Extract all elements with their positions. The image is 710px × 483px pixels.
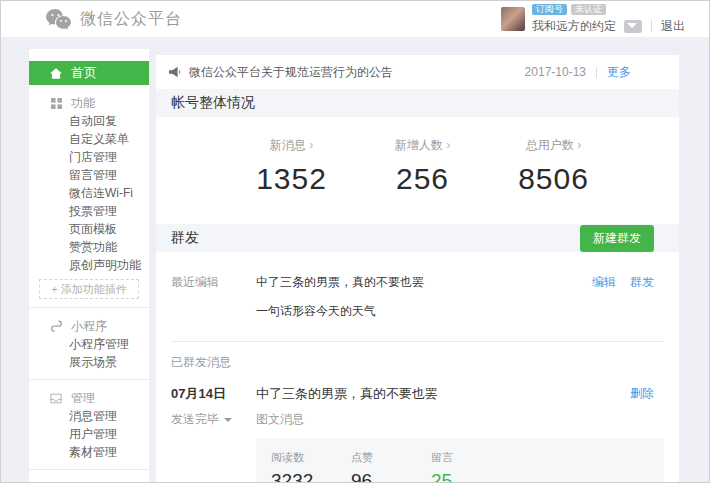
- sidebar-section-features: 功能 自动回复 自定义菜单 门店管理 留言管理 微信连Wi-Fi 投票管理 页面…: [29, 94, 149, 299]
- divider: [29, 469, 149, 470]
- announcement-megaphone-icon: [168, 66, 182, 78]
- inbox-icon: [49, 393, 63, 404]
- stat-comments: 留言 25: [431, 450, 511, 483]
- wechat-icon: [45, 8, 72, 31]
- sidebar-item-page-template[interactable]: 页面模板: [29, 220, 149, 238]
- stat-label-link[interactable]: 新增人数: [357, 137, 488, 154]
- sidebar-item-reward[interactable]: 赞赏功能: [29, 238, 149, 256]
- sidebar-item-display-scene[interactable]: 展示场景: [29, 353, 149, 371]
- broadcast-section-header: 群发 新建群发: [156, 224, 679, 252]
- add-plugin-button[interactable]: + 添加功能插件: [39, 279, 139, 299]
- sidebar-item-user-mgmt[interactable]: 用户管理: [29, 425, 149, 443]
- sidebar-item-store-mgmt[interactable]: 门店管理: [29, 148, 149, 166]
- grid-icon: [49, 98, 63, 109]
- wechat-logo: 微信公众平台: [45, 8, 182, 31]
- overview-title: 帐号整体情况: [171, 94, 255, 112]
- sidebar-section-promotion: 推广 广告主: [29, 479, 149, 483]
- account-name: 我和远方的约定: [532, 18, 616, 35]
- top-bar: 微信公众平台 订阅号 未认证 我和远方的约定 退出: [1, 1, 709, 37]
- broadcast-title: 群发: [171, 229, 199, 247]
- stat-likes: 点赞 96: [351, 450, 431, 483]
- draft-title[interactable]: 中了三条的男票，真的不要也罢: [256, 274, 592, 290]
- mail-icon[interactable]: [624, 20, 642, 33]
- overview-section-header: 帐号整体情况: [156, 89, 679, 117]
- broadcast-link[interactable]: 群发: [630, 274, 654, 319]
- divider: [596, 67, 597, 78]
- sidebar-item-vote-mgmt[interactable]: 投票管理: [29, 202, 149, 220]
- sidebar: 首页 功能 自动回复 自定义菜单 门店管理 留言管理 微信连Wi-Fi 投票管理…: [29, 49, 149, 483]
- stat-total-users: 总用户数 8506: [488, 137, 619, 196]
- sent-message-row: 07月14日 发送完毕 中了三条的男票，真的不要也罢 图文消息 删除: [156, 371, 679, 428]
- draft-title[interactable]: 一句话形容今天的天气: [256, 303, 592, 319]
- sidebar-item-home[interactable]: 首页: [29, 61, 149, 85]
- sidebar-item-wifi[interactable]: 微信连Wi-Fi: [29, 184, 149, 202]
- stat-new-messages: 新消息 1352: [226, 137, 357, 196]
- account-type-badge: 订阅号: [532, 4, 567, 15]
- main-panel: 微信公众平台关于规范运营行为的公告 2017-10-13 更多 帐号整体情况 新…: [156, 55, 679, 483]
- verification-badge: 未认证: [571, 4, 606, 15]
- overview-stats: 新消息 1352 新增人数 256 总用户数 8506: [156, 117, 679, 212]
- send-status-dropdown[interactable]: 发送完毕: [171, 411, 256, 428]
- divider: [171, 341, 664, 342]
- edit-link[interactable]: 编辑: [592, 274, 616, 319]
- stat-value: 8506: [488, 162, 619, 196]
- chevron-down-icon: [224, 418, 232, 422]
- sent-date: 07月14日: [171, 385, 256, 403]
- avatar[interactable]: [501, 7, 525, 31]
- sidebar-section-label: 功能: [29, 94, 149, 112]
- stat-value: 256: [357, 162, 488, 196]
- stat-new-followers: 新增人数 256: [357, 137, 488, 196]
- delete-link[interactable]: 删除: [630, 385, 654, 428]
- sidebar-section-management: 管理 消息管理 用户管理 素材管理: [29, 389, 149, 461]
- logout-link[interactable]: 退出: [661, 18, 685, 35]
- sidebar-section-label: 管理: [29, 389, 149, 407]
- user-info: 订阅号 未认证 我和远方的约定 退出: [501, 4, 685, 35]
- announcement-date: 2017-10-13: [525, 65, 586, 79]
- sidebar-item-material-mgmt[interactable]: 素材管理: [29, 443, 149, 461]
- app-window: 微信公众平台 订阅号 未认证 我和远方的约定 退出: [0, 0, 710, 483]
- stat-value: 1352: [226, 162, 357, 196]
- sidebar-section-miniprogram: 小程序 小程序管理 展示场景: [29, 317, 149, 371]
- sidebar-item-custom-menu[interactable]: 自定义菜单: [29, 130, 149, 148]
- sent-message-type: 图文消息: [256, 411, 630, 428]
- more-link[interactable]: 更多: [607, 64, 631, 81]
- sent-message-title[interactable]: 中了三条的男票，真的不要也罢: [256, 385, 630, 403]
- sidebar-section-label: 小程序: [29, 317, 149, 335]
- miniprogram-icon: [49, 320, 63, 332]
- sidebar-item-comment-mgmt[interactable]: 留言管理: [29, 166, 149, 184]
- stat-reads: 阅读数 3232: [271, 450, 351, 483]
- sidebar-item-original[interactable]: 原创声明功能: [29, 256, 149, 274]
- sidebar-item-miniprogram-mgmt[interactable]: 小程序管理: [29, 335, 149, 353]
- divider: [29, 379, 149, 380]
- sidebar-item-auto-reply[interactable]: 自动回复: [29, 112, 149, 130]
- sent-messages-label: 已群发消息: [171, 354, 679, 371]
- sidebar-item-message-mgmt[interactable]: 消息管理: [29, 407, 149, 425]
- announcement-link[interactable]: 微信公众平台关于规范运营行为的公告: [189, 64, 393, 81]
- divider: [29, 307, 149, 308]
- sidebar-section-label: 推广: [29, 479, 149, 483]
- divider: [651, 20, 652, 32]
- recent-edit-block: 最近编辑 中了三条的男票，真的不要也罢 一句话形容今天的天气 编辑 群发: [156, 252, 679, 319]
- platform-title: 微信公众平台: [80, 9, 182, 30]
- stat-label-link[interactable]: 总用户数: [488, 137, 619, 154]
- page-body: 首页 功能 自动回复 自定义菜单 门店管理 留言管理 微信连Wi-Fi 投票管理…: [1, 37, 709, 483]
- recent-edit-label: 最近编辑: [171, 274, 256, 319]
- home-icon: [49, 68, 63, 79]
- announcement-bar: 微信公众平台关于规范运营行为的公告 2017-10-13 更多: [156, 55, 679, 89]
- new-broadcast-button[interactable]: 新建群发: [580, 225, 654, 252]
- stat-label-link[interactable]: 新消息: [226, 137, 357, 154]
- message-stats-box: 阅读数 3232 点赞 96 留言 25: [256, 438, 664, 483]
